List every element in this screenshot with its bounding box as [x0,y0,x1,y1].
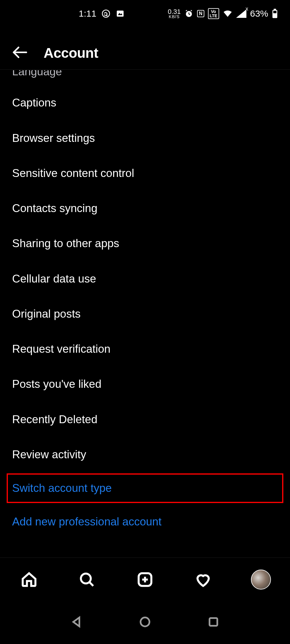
svg-marker-13 [73,617,79,626]
settings-item-label: Contacts syncing [12,202,97,214]
back-button[interactable] [12,44,28,62]
svg-rect-1 [117,11,124,17]
tutorial-highlight: Switch account type [7,473,283,503]
volte-icon: VoLTE [208,8,219,19]
nav-home[interactable] [18,569,40,590]
settings-item-sharing-apps[interactable]: Sharing to other apps [0,226,290,261]
svg-point-14 [140,617,149,626]
settings-item-recently-deleted[interactable]: Recently Deleted [0,402,290,437]
settings-item-label: Request verification [12,343,110,355]
nav-activity[interactable] [193,569,214,590]
battery-percent: 63% [250,8,268,19]
svg-line-9 [90,582,93,586]
nav-profile[interactable] [250,569,272,590]
settings-item-browser-settings[interactable]: Browser settings [0,121,290,156]
svg-point-8 [81,574,91,584]
svg-rect-5 [274,9,276,10]
status-left-cluster: 1:11 [79,8,125,19]
settings-item-captions[interactable]: Captions [0,85,290,120]
whatsapp-icon [101,9,111,18]
nfc-icon: N [197,10,204,17]
nav-create[interactable] [134,569,156,590]
battery-icon [272,9,278,18]
settings-item-label: Switch account type [12,482,112,494]
svg-rect-15 [209,618,217,626]
settings-item-label: Original posts [12,308,81,320]
android-recents-button[interactable] [207,615,220,630]
data-rate-indicator: 0.31 KB/S [168,9,181,18]
gallery-icon [116,9,125,18]
settings-item-posts-liked[interactable]: Posts you've liked [0,367,290,402]
settings-item-label: Review activity [12,448,86,461]
settings-item-label: Browser settings [12,132,95,144]
settings-item-label: Language [12,70,62,78]
settings-item-review-activity[interactable]: Review activity [0,437,290,472]
android-nav-bar [0,601,290,644]
settings-item-sensitive-content[interactable]: Sensitive content control [0,156,290,191]
settings-item-request-verification[interactable]: Request verification [0,332,290,367]
settings-list[interactable]: Language Captions Browser settings Sensi… [0,70,290,557]
data-rate-unit: KB/S [169,15,180,19]
settings-item-original-posts[interactable]: Original posts [0,296,290,332]
android-back-button[interactable] [70,615,83,630]
data-rate-value: 0.31 [168,9,181,15]
nav-search[interactable] [76,569,97,590]
svg-point-0 [102,10,110,17]
settings-item-label: Sharing to other apps [12,237,119,250]
settings-item-cellular-data[interactable]: Cellular data use [0,261,290,296]
settings-item-add-professional[interactable]: Add new professional account [0,504,290,539]
cell-signal-icon: x [236,9,246,18]
app-header: Account [0,36,290,70]
alarm-icon [184,9,193,18]
settings-item-label: Recently Deleted [12,413,97,426]
settings-item-label: Add new professional account [12,515,162,528]
wifi-icon [223,9,232,18]
svg-rect-6 [273,11,277,13]
bottom-nav [0,557,290,601]
status-right-cluster: 0.31 KB/S N VoLTE x 63% [168,8,278,19]
settings-item-language[interactable]: Language [0,70,290,85]
page-title: Account [44,45,98,61]
settings-item-switch-account-type[interactable]: Switch account type [12,481,278,495]
settings-item-label: Sensitive content control [12,167,134,179]
android-home-button[interactable] [138,615,152,630]
status-time: 1:11 [79,8,96,19]
status-bar: 1:11 0.31 KB/S N VoLTE x 63% [0,0,290,27]
settings-item-label: Posts you've liked [12,378,101,390]
profile-avatar [251,570,271,590]
settings-item-contacts-syncing[interactable]: Contacts syncing [0,191,290,226]
settings-item-label: Captions [12,96,56,109]
settings-item-label: Cellular data use [12,273,96,285]
